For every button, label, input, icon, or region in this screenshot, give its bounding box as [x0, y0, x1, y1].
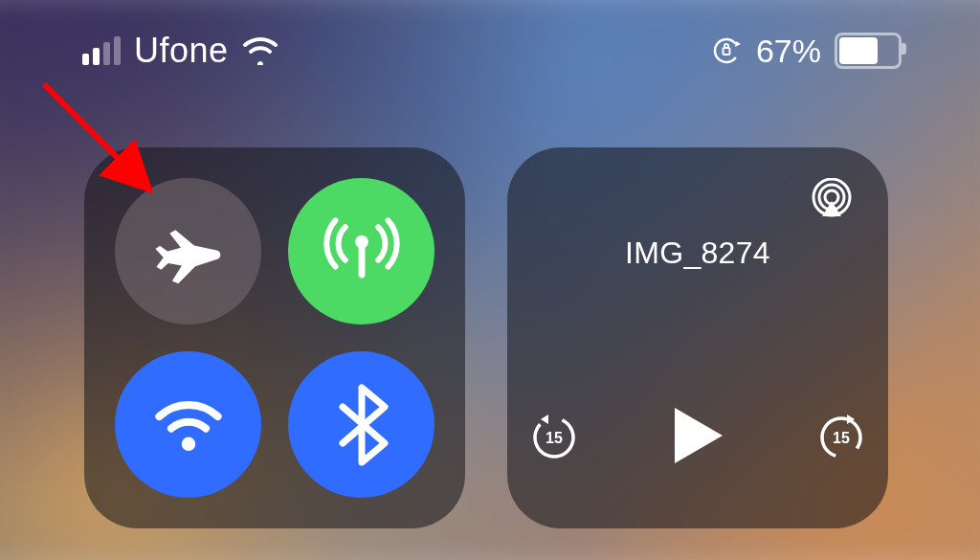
battery-fill: [839, 37, 878, 64]
bluetooth-icon: [328, 382, 395, 468]
wifi-icon: [145, 382, 232, 468]
wifi-icon: [242, 36, 278, 65]
svg-point-5: [181, 437, 194, 450]
forward-seconds-label: 15: [833, 430, 850, 446]
svg-point-0: [710, 34, 742, 66]
svg-marker-1: [735, 41, 741, 47]
battery-icon: [835, 33, 902, 69]
connectivity-panel[interactable]: [84, 147, 465, 528]
play-button[interactable]: [669, 404, 726, 467]
status-bar: Ufone 67%: [0, 27, 980, 75]
status-right: 67%: [710, 33, 902, 70]
airplay-button[interactable]: [810, 178, 854, 222]
rotation-lock-icon: [710, 34, 743, 67]
media-controls: 15 15: [507, 404, 888, 467]
svg-marker-12: [675, 408, 723, 463]
airplane-mode-toggle[interactable]: [115, 178, 261, 325]
svg-marker-11: [541, 414, 548, 424]
status-left: Ufone: [82, 31, 278, 71]
cellular-data-toggle[interactable]: [288, 178, 434, 325]
airplay-icon: [810, 178, 854, 222]
svg-rect-2: [723, 48, 729, 55]
battery-percent-label: 67%: [756, 33, 821, 70]
carrier-label: Ufone: [134, 31, 229, 71]
antenna-icon: [321, 211, 403, 293]
wifi-toggle[interactable]: [115, 351, 261, 498]
bluetooth-toggle[interactable]: [288, 351, 434, 498]
media-panel[interactable]: IMG_8274 15 15: [507, 147, 888, 528]
rewind-15-button[interactable]: 15: [527, 409, 581, 462]
svg-rect-4: [358, 243, 365, 278]
rewind-seconds-label: 15: [546, 430, 563, 446]
cellular-signal-icon: [82, 36, 121, 65]
media-title: IMG_8274: [507, 235, 888, 271]
airplane-icon: [151, 214, 226, 289]
forward-15-button[interactable]: 15: [814, 409, 868, 462]
